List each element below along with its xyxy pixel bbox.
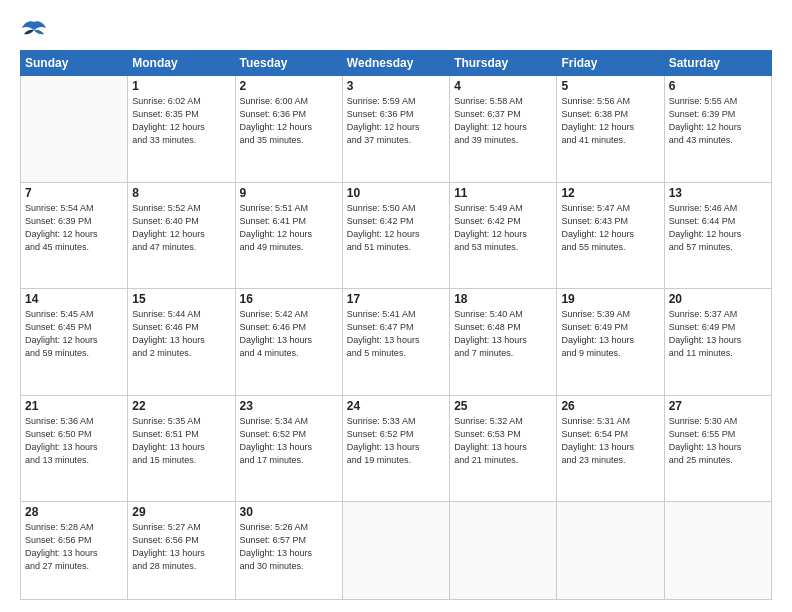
day-info: Sunrise: 5:26 AM Sunset: 6:57 PM Dayligh… — [240, 521, 338, 573]
day-number: 10 — [347, 186, 445, 200]
calendar-day-cell: 27Sunrise: 5:30 AM Sunset: 6:55 PM Dayli… — [664, 395, 771, 502]
calendar-week-row: 28Sunrise: 5:28 AM Sunset: 6:56 PM Dayli… — [21, 502, 772, 600]
calendar-day-cell: 23Sunrise: 5:34 AM Sunset: 6:52 PM Dayli… — [235, 395, 342, 502]
day-number: 7 — [25, 186, 123, 200]
day-number: 15 — [132, 292, 230, 306]
weekday-header-row: SundayMondayTuesdayWednesdayThursdayFrid… — [21, 51, 772, 76]
day-number: 2 — [240, 79, 338, 93]
calendar-day-cell: 15Sunrise: 5:44 AM Sunset: 6:46 PM Dayli… — [128, 289, 235, 396]
calendar-day-cell: 13Sunrise: 5:46 AM Sunset: 6:44 PM Dayli… — [664, 182, 771, 289]
day-info: Sunrise: 5:28 AM Sunset: 6:56 PM Dayligh… — [25, 521, 123, 573]
day-number: 26 — [561, 399, 659, 413]
day-info: Sunrise: 5:34 AM Sunset: 6:52 PM Dayligh… — [240, 415, 338, 467]
calendar-day-cell — [342, 502, 449, 600]
day-number: 22 — [132, 399, 230, 413]
calendar-day-cell: 7Sunrise: 5:54 AM Sunset: 6:39 PM Daylig… — [21, 182, 128, 289]
day-info: Sunrise: 5:56 AM Sunset: 6:38 PM Dayligh… — [561, 95, 659, 147]
weekday-header-tuesday: Tuesday — [235, 51, 342, 76]
header — [20, 18, 772, 40]
day-info: Sunrise: 6:00 AM Sunset: 6:36 PM Dayligh… — [240, 95, 338, 147]
calendar-day-cell: 25Sunrise: 5:32 AM Sunset: 6:53 PM Dayli… — [450, 395, 557, 502]
calendar-day-cell: 11Sunrise: 5:49 AM Sunset: 6:42 PM Dayli… — [450, 182, 557, 289]
calendar-day-cell: 16Sunrise: 5:42 AM Sunset: 6:46 PM Dayli… — [235, 289, 342, 396]
day-number: 5 — [561, 79, 659, 93]
calendar-day-cell: 6Sunrise: 5:55 AM Sunset: 6:39 PM Daylig… — [664, 76, 771, 183]
calendar-day-cell: 18Sunrise: 5:40 AM Sunset: 6:48 PM Dayli… — [450, 289, 557, 396]
day-number: 12 — [561, 186, 659, 200]
day-number: 19 — [561, 292, 659, 306]
calendar-day-cell: 10Sunrise: 5:50 AM Sunset: 6:42 PM Dayli… — [342, 182, 449, 289]
day-number: 17 — [347, 292, 445, 306]
calendar-day-cell: 12Sunrise: 5:47 AM Sunset: 6:43 PM Dayli… — [557, 182, 664, 289]
calendar-day-cell: 5Sunrise: 5:56 AM Sunset: 6:38 PM Daylig… — [557, 76, 664, 183]
day-info: Sunrise: 5:55 AM Sunset: 6:39 PM Dayligh… — [669, 95, 767, 147]
day-info: Sunrise: 5:35 AM Sunset: 6:51 PM Dayligh… — [132, 415, 230, 467]
day-info: Sunrise: 5:45 AM Sunset: 6:45 PM Dayligh… — [25, 308, 123, 360]
calendar-day-cell — [664, 502, 771, 600]
calendar-day-cell: 22Sunrise: 5:35 AM Sunset: 6:51 PM Dayli… — [128, 395, 235, 502]
weekday-header-thursday: Thursday — [450, 51, 557, 76]
calendar-day-cell: 24Sunrise: 5:33 AM Sunset: 6:52 PM Dayli… — [342, 395, 449, 502]
calendar-week-row: 21Sunrise: 5:36 AM Sunset: 6:50 PM Dayli… — [21, 395, 772, 502]
calendar-day-cell: 30Sunrise: 5:26 AM Sunset: 6:57 PM Dayli… — [235, 502, 342, 600]
calendar-day-cell: 21Sunrise: 5:36 AM Sunset: 6:50 PM Dayli… — [21, 395, 128, 502]
day-number: 24 — [347, 399, 445, 413]
calendar-day-cell: 28Sunrise: 5:28 AM Sunset: 6:56 PM Dayli… — [21, 502, 128, 600]
day-number: 27 — [669, 399, 767, 413]
calendar-day-cell: 1Sunrise: 6:02 AM Sunset: 6:35 PM Daylig… — [128, 76, 235, 183]
calendar-week-row: 14Sunrise: 5:45 AM Sunset: 6:45 PM Dayli… — [21, 289, 772, 396]
day-number: 6 — [669, 79, 767, 93]
day-info: Sunrise: 5:30 AM Sunset: 6:55 PM Dayligh… — [669, 415, 767, 467]
calendar-day-cell — [557, 502, 664, 600]
day-number: 11 — [454, 186, 552, 200]
day-number: 20 — [669, 292, 767, 306]
day-info: Sunrise: 5:41 AM Sunset: 6:47 PM Dayligh… — [347, 308, 445, 360]
day-number: 1 — [132, 79, 230, 93]
day-info: Sunrise: 5:37 AM Sunset: 6:49 PM Dayligh… — [669, 308, 767, 360]
day-info: Sunrise: 5:42 AM Sunset: 6:46 PM Dayligh… — [240, 308, 338, 360]
day-info: Sunrise: 5:39 AM Sunset: 6:49 PM Dayligh… — [561, 308, 659, 360]
calendar-day-cell — [450, 502, 557, 600]
day-number: 3 — [347, 79, 445, 93]
day-number: 16 — [240, 292, 338, 306]
calendar-day-cell: 26Sunrise: 5:31 AM Sunset: 6:54 PM Dayli… — [557, 395, 664, 502]
day-info: Sunrise: 5:36 AM Sunset: 6:50 PM Dayligh… — [25, 415, 123, 467]
weekday-header-wednesday: Wednesday — [342, 51, 449, 76]
day-info: Sunrise: 5:59 AM Sunset: 6:36 PM Dayligh… — [347, 95, 445, 147]
calendar-day-cell: 14Sunrise: 5:45 AM Sunset: 6:45 PM Dayli… — [21, 289, 128, 396]
calendar-day-cell: 8Sunrise: 5:52 AM Sunset: 6:40 PM Daylig… — [128, 182, 235, 289]
day-info: Sunrise: 5:40 AM Sunset: 6:48 PM Dayligh… — [454, 308, 552, 360]
day-number: 18 — [454, 292, 552, 306]
day-number: 23 — [240, 399, 338, 413]
day-number: 13 — [669, 186, 767, 200]
day-info: Sunrise: 5:54 AM Sunset: 6:39 PM Dayligh… — [25, 202, 123, 254]
day-info: Sunrise: 5:58 AM Sunset: 6:37 PM Dayligh… — [454, 95, 552, 147]
day-number: 4 — [454, 79, 552, 93]
day-info: Sunrise: 5:31 AM Sunset: 6:54 PM Dayligh… — [561, 415, 659, 467]
day-number: 8 — [132, 186, 230, 200]
weekday-header-friday: Friday — [557, 51, 664, 76]
page: SundayMondayTuesdayWednesdayThursdayFrid… — [0, 0, 792, 612]
day-info: Sunrise: 5:27 AM Sunset: 6:56 PM Dayligh… — [132, 521, 230, 573]
day-number: 25 — [454, 399, 552, 413]
calendar-day-cell — [21, 76, 128, 183]
calendar-day-cell: 20Sunrise: 5:37 AM Sunset: 6:49 PM Dayli… — [664, 289, 771, 396]
day-number: 30 — [240, 505, 338, 519]
weekday-header-sunday: Sunday — [21, 51, 128, 76]
calendar-week-row: 1Sunrise: 6:02 AM Sunset: 6:35 PM Daylig… — [21, 76, 772, 183]
day-number: 21 — [25, 399, 123, 413]
weekday-header-monday: Monday — [128, 51, 235, 76]
calendar-day-cell: 2Sunrise: 6:00 AM Sunset: 6:36 PM Daylig… — [235, 76, 342, 183]
calendar-table: SundayMondayTuesdayWednesdayThursdayFrid… — [20, 50, 772, 600]
calendar-day-cell: 3Sunrise: 5:59 AM Sunset: 6:36 PM Daylig… — [342, 76, 449, 183]
day-info: Sunrise: 5:33 AM Sunset: 6:52 PM Dayligh… — [347, 415, 445, 467]
day-number: 28 — [25, 505, 123, 519]
day-info: Sunrise: 5:44 AM Sunset: 6:46 PM Dayligh… — [132, 308, 230, 360]
day-number: 29 — [132, 505, 230, 519]
day-info: Sunrise: 5:52 AM Sunset: 6:40 PM Dayligh… — [132, 202, 230, 254]
day-info: Sunrise: 6:02 AM Sunset: 6:35 PM Dayligh… — [132, 95, 230, 147]
calendar-day-cell: 19Sunrise: 5:39 AM Sunset: 6:49 PM Dayli… — [557, 289, 664, 396]
calendar-day-cell: 29Sunrise: 5:27 AM Sunset: 6:56 PM Dayli… — [128, 502, 235, 600]
calendar-day-cell: 17Sunrise: 5:41 AM Sunset: 6:47 PM Dayli… — [342, 289, 449, 396]
day-info: Sunrise: 5:46 AM Sunset: 6:44 PM Dayligh… — [669, 202, 767, 254]
